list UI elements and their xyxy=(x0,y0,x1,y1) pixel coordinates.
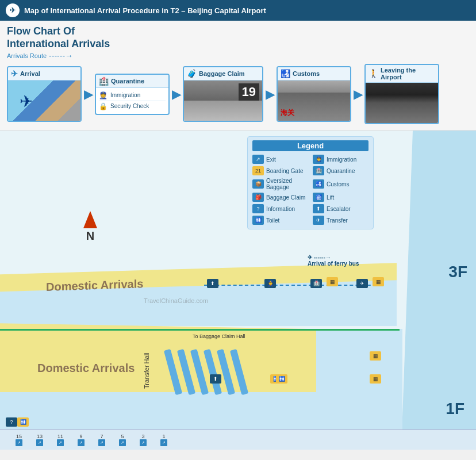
immigration-label: Immigration xyxy=(110,92,140,98)
quarantine-map-label: Quarantine xyxy=(327,168,355,174)
map-icon-3f-right: ▦ xyxy=(373,277,384,286)
gate-icon-3f-2: ▦ xyxy=(327,277,338,286)
immigration-map-label: Immigration xyxy=(327,156,356,163)
flow-steps-container: ✈ Arrival ▶ 🏥 Quarantine 👮 Immigration xyxy=(7,64,469,124)
gate-13: 13 ↗ xyxy=(36,434,43,446)
baggage-claim-icon: 🎒 xyxy=(252,193,264,202)
step-quarantine-header: 🏥 Quarantine xyxy=(96,75,168,88)
step-leaving: 🚶 Leaving the Airport xyxy=(364,64,439,124)
leaving-image xyxy=(366,83,438,123)
arrival-image xyxy=(8,80,80,121)
info-bottom-icon: ? xyxy=(6,417,17,427)
flow-chart-title: Flow Chart Of International Arrivals xyxy=(7,25,469,50)
quarantine-floor-icon: 🏥 xyxy=(310,279,322,288)
leaving-label: Leaving the Airport xyxy=(381,67,435,80)
immigration-3f-icon: 👮 xyxy=(264,279,276,288)
lift-label: Lift xyxy=(327,194,334,201)
step-baggage: 🧳 Baggage Claim xyxy=(183,66,263,122)
transfer-floor-icon: ✈ xyxy=(356,279,368,288)
baggage-icon: 🧳 xyxy=(187,69,197,78)
legend-box: Legend ↗ Exit 👮 Immigration 21 Boarding … xyxy=(247,136,374,229)
page-container: ✈ Map of International Arrival Procedure… xyxy=(0,0,476,460)
step-baggage-header: 🧳 Baggage Claim xyxy=(184,67,262,80)
airport-map: Legend ↗ Exit 👮 Immigration 21 Boarding … xyxy=(0,131,476,450)
boarding-label: Boarding Gate xyxy=(266,168,304,174)
toilet-1f-icon-2: 🚻 xyxy=(276,374,287,384)
legend-information: ? Information xyxy=(252,204,308,214)
escalator-1f-icon: ⬆ xyxy=(210,374,221,384)
oversized-label: Oversized Baggage xyxy=(266,178,308,190)
flow-chart-section: Flow Chart Of International Arrivals Arr… xyxy=(0,21,476,131)
legend-oversized: 📦 Oversized Baggage xyxy=(252,177,308,191)
map-icon-3f-right2: ▦ xyxy=(327,277,338,286)
header-title: Map of International Arrival Procedure i… xyxy=(24,6,266,15)
legend-immigration: 👮 Immigration xyxy=(313,154,368,164)
dashed-line-3f xyxy=(204,285,382,286)
domestic-bottom-area xyxy=(0,323,316,392)
quarantine-icon: 🏥 xyxy=(99,76,109,86)
legend-toilet: 🚻 Toilet xyxy=(252,215,308,225)
domestic-arrivals-bottom-label: Domestic Arrivals xyxy=(37,362,135,375)
step-arrival-header: ✈ Arrival xyxy=(8,67,80,80)
gate-numbers: 15 ↗ 13 ↗ 11 ↗ xyxy=(0,434,174,446)
gate-7: 7 ↗ xyxy=(98,434,105,446)
immigration-icon: 👮 xyxy=(99,91,108,99)
lift-icon: 🛗 xyxy=(313,193,324,202)
toilet-bottom: 🚻 xyxy=(17,417,29,427)
step-leaving-header: 🚶 Leaving the Airport xyxy=(366,65,438,83)
toilet-1f-2: 🚻 xyxy=(276,374,287,384)
quarantine-map-icon: 🏥 xyxy=(313,166,324,175)
info-icon: ? xyxy=(6,417,17,427)
north-label: N xyxy=(86,229,94,243)
quarantine-label: Quarantine xyxy=(111,78,144,85)
escalator-3f-icon: ⬆ xyxy=(207,279,218,288)
customs-map-label: Customs xyxy=(327,181,349,187)
baggage-claim-label: Baggage Claim xyxy=(266,194,305,201)
exit-label: Exit xyxy=(266,156,276,163)
toilet-icon: 🚻 xyxy=(252,216,264,225)
gate-11: 11 ↗ xyxy=(57,434,64,446)
gate-3: 3 ↗ xyxy=(140,434,147,446)
security-label: Security Check xyxy=(110,103,149,109)
step-customs: 🛃 Customs xyxy=(277,66,351,122)
legend-title: Legend xyxy=(252,140,368,151)
arrow-3: ▶ xyxy=(266,87,274,101)
transfer-hall-label: Transfer Hall xyxy=(143,353,150,389)
boarding-icon: 21 xyxy=(252,166,264,175)
arrow-2: ▶ xyxy=(172,87,181,101)
quarantine-3f-icon: 🏥 xyxy=(310,279,322,288)
step-customs-header: 🛃 Customs xyxy=(278,67,350,80)
quarantine-sub-items: 👮 Immigration 🔒 Security Check xyxy=(96,88,168,114)
arrow-1: ▶ xyxy=(84,87,93,101)
transfer-icon: ✈ xyxy=(313,216,324,225)
route-arrow-icon: ------→ xyxy=(49,51,73,60)
customs-map-icon: 🛃 xyxy=(313,179,324,189)
exit-icon: ↗ xyxy=(252,155,264,164)
escalator-icon: ⬆ xyxy=(313,204,324,213)
legend-customs-map: 🛃 Customs xyxy=(313,177,368,191)
legend-transfer: ✈ Transfer xyxy=(313,215,368,225)
gate-1: 1 ↗ xyxy=(160,434,167,446)
legend-boarding: 21 Boarding Gate xyxy=(252,166,308,176)
right-strip xyxy=(401,131,476,450)
gate-1f-2: ▦ xyxy=(370,351,381,361)
gate-1f: ▦ xyxy=(370,374,381,384)
escalator-map-icon: ⬆ xyxy=(207,279,218,288)
security-icon: 🔒 xyxy=(99,102,108,110)
baggage-image xyxy=(184,80,262,121)
step-quarantine: 🏥 Quarantine 👮 Immigration 🔒 Security Ch… xyxy=(95,74,170,115)
immigration-map-icon: 👮 xyxy=(313,155,324,164)
arrival-label: Arrival xyxy=(20,70,40,77)
legend-quarantine: 🏥 Quarantine xyxy=(313,166,368,176)
legend-grid: ↗ Exit 👮 Immigration 21 Boarding Gate 🏥 … xyxy=(252,154,368,225)
information-icon: ? xyxy=(252,204,264,213)
toilet-bottom-icon: 🚻 xyxy=(17,417,29,427)
transfer-3f-icon: ✈ xyxy=(356,279,368,288)
legend-exit: ↗ Exit xyxy=(252,154,308,164)
legend-escalator: ⬆ Escalator xyxy=(313,204,368,214)
floor-3f-label: 3F xyxy=(448,263,467,281)
transfer-label: Transfer xyxy=(327,217,348,224)
arrow-4: ▶ xyxy=(354,87,362,101)
to-baggage-text: To Baggage Claim Hall xyxy=(193,334,245,339)
customs-label: Customs xyxy=(293,70,320,77)
